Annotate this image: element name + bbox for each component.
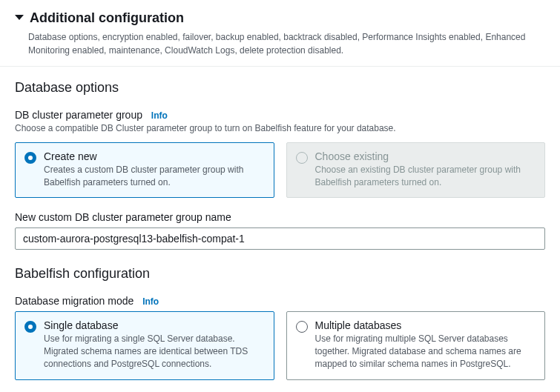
custom-name-field: New custom DB cluster parameter group na… [15, 211, 545, 266]
radio-icon [24, 321, 36, 333]
custom-name-input[interactable] [15, 227, 545, 250]
panel-title: Additional configuration [30, 10, 184, 26]
radio-desc: Creates a custom DB cluster parameter gr… [44, 164, 265, 189]
info-link[interactable]: Info [142, 296, 159, 307]
param-group-label: DB cluster parameter group Info [15, 109, 545, 121]
param-group-radio-row: Create new Creates a custom DB cluster p… [15, 142, 545, 199]
custom-name-label: New custom DB cluster parameter group na… [15, 211, 545, 223]
radio-title: Multiple databases [315, 319, 536, 331]
radio-desc: Use for migrating multiple SQL Server da… [315, 333, 536, 370]
migration-mode-field: Database migration mode Info Single data… [15, 295, 545, 379]
migration-mode-radio-row: Single database Use for migrating a sing… [15, 311, 545, 379]
radio-multiple-databases[interactable]: Multiple databases Use for migrating mul… [286, 311, 546, 379]
radio-icon [296, 321, 308, 333]
panel-header[interactable]: Additional configuration [0, 0, 560, 30]
radio-create-new[interactable]: Create new Creates a custom DB cluster p… [15, 142, 274, 199]
radio-title: Create new [44, 150, 265, 162]
radio-choose-existing: Choose existing Choose an existing DB cl… [286, 142, 546, 199]
info-link[interactable]: Info [151, 110, 168, 121]
radio-icon [24, 152, 36, 164]
migration-mode-label: Database migration mode Info [15, 295, 545, 307]
radio-icon [296, 152, 308, 164]
panel-description: Database options, encryption enabled, fa… [0, 30, 560, 66]
panel-body: Database options DB cluster parameter gr… [0, 67, 560, 392]
section-title-db-options: Database options [15, 80, 545, 96]
radio-desc: Use for migrating a single SQL Server da… [44, 333, 265, 370]
section-title-babelfish: Babelfish configuration [15, 266, 545, 282]
param-group-field: DB cluster parameter group Info Choose a… [15, 109, 545, 198]
radio-title: Single database [44, 319, 265, 331]
param-group-sublabel: Choose a compatible DB Cluster parameter… [15, 122, 545, 135]
radio-single-database[interactable]: Single database Use for migrating a sing… [15, 311, 274, 379]
caret-down-icon [15, 15, 24, 20]
radio-title: Choose existing [315, 150, 536, 162]
radio-desc: Choose an existing DB cluster parameter … [315, 164, 536, 189]
additional-configuration-panel: Additional configuration Database option… [0, 0, 560, 392]
